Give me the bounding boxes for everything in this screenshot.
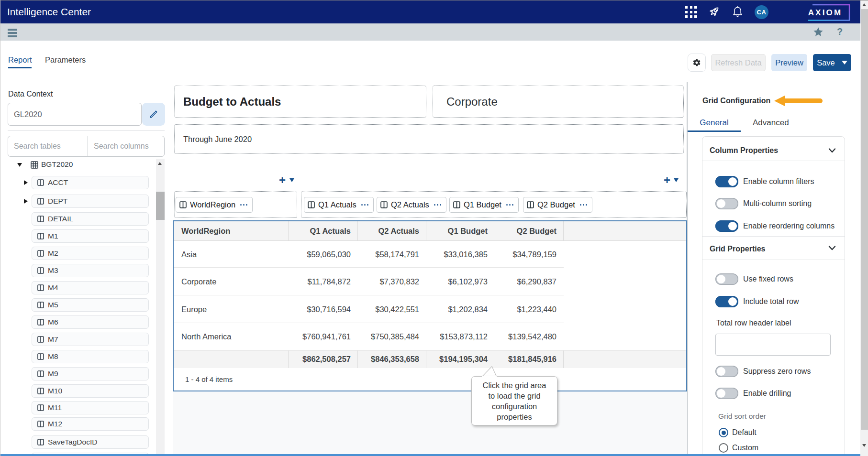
svg-text:AXIOM: AXIOM (808, 8, 843, 17)
